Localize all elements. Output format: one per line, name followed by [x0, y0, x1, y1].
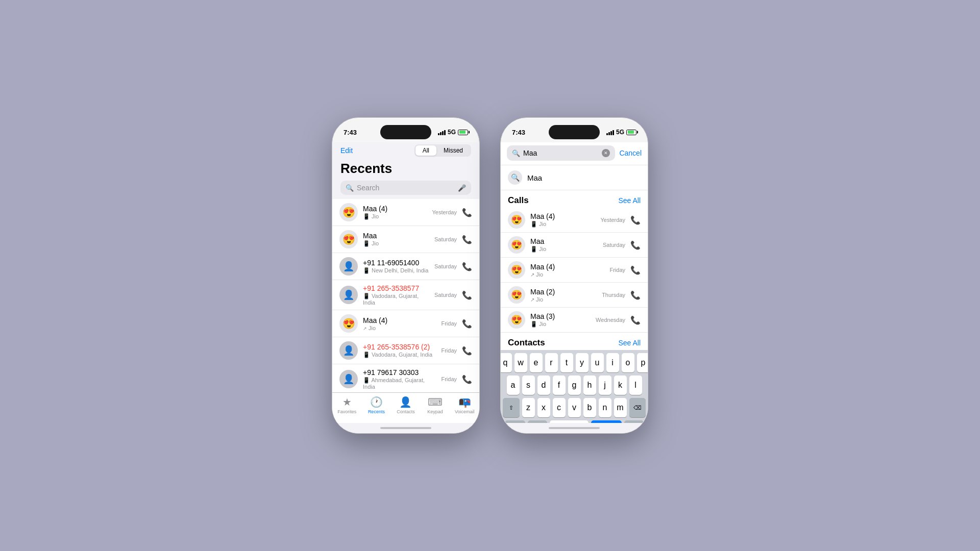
tab-voicemail[interactable]: 📭 Voicemail	[450, 396, 479, 418]
call-button[interactable]: 📞	[462, 208, 472, 217]
key-j[interactable]: j	[599, 375, 611, 395]
list-item[interactable]: 👤 +91 11-69051400 📱 New Delhi, Delhi, In…	[332, 253, 479, 280]
key-l[interactable]: l	[629, 375, 642, 395]
cancel-button[interactable]: Cancel	[619, 149, 642, 157]
network-label-2: 5G	[616, 129, 624, 136]
contact-info: Maa 📱 Jio	[363, 232, 429, 247]
tab-favorites[interactable]: ★ Favorites	[332, 396, 362, 418]
key-v[interactable]: v	[568, 398, 581, 417]
key-x[interactable]: x	[537, 398, 550, 417]
key-o[interactable]: o	[622, 353, 634, 372]
mic-icon-1[interactable]: 🎤	[458, 184, 466, 192]
result-avatar: 😍	[508, 286, 525, 304]
result-item[interactable]: 😍 Maa 📱 Jio Saturday 📞	[501, 233, 648, 258]
result-name: Maa (4)	[530, 212, 595, 220]
call-button[interactable]: 📞	[630, 315, 641, 325]
call-button[interactable]: 📞	[462, 235, 472, 244]
status-icons-1: 5G	[438, 129, 468, 136]
suggestion-icon: 🔍	[508, 170, 522, 185]
avatar: 😍	[339, 203, 358, 221]
call-button[interactable]: 📞	[462, 346, 472, 356]
list-item[interactable]: 👤 +91 265-3538577 📱 Vadodara, Gujarat, I…	[332, 280, 479, 310]
contacts-see-all[interactable]: See All	[618, 339, 641, 347]
avatar: 😍	[339, 230, 358, 248]
call-button[interactable]: 📞	[630, 240, 641, 250]
key-n[interactable]: n	[599, 398, 611, 417]
key-q[interactable]: q	[501, 353, 512, 372]
list-item[interactable]: 👤 +91 79617 30303 📱 Ahmedabad, Gujarat, …	[332, 364, 479, 392]
tab-keypad[interactable]: ⌨ Keypad	[421, 396, 450, 418]
call-button[interactable]: 📞	[630, 265, 641, 275]
list-item[interactable]: 👤 +91 265-3538576 (2) 📱 Vadodara, Gujara…	[332, 337, 479, 364]
result-item[interactable]: 😍 Maa (2) ↗ Jio Thursday 📞	[501, 283, 648, 308]
key-k[interactable]: k	[614, 375, 627, 395]
dynamic-island-2	[549, 125, 600, 139]
list-item[interactable]: 😍 Maa (4) 📱 Jio Yesterday 📞	[332, 199, 479, 226]
key-h[interactable]: h	[583, 375, 596, 395]
key-t[interactable]: t	[560, 353, 573, 372]
contact-name: Maa (4)	[363, 316, 436, 324]
phones-container: 7:43 5G Edit All	[332, 117, 648, 434]
result-info: Maa (4) 📱 Jio	[530, 212, 595, 228]
key-r[interactable]: r	[545, 353, 558, 372]
search-text-value: Maa	[523, 149, 599, 157]
kb-row-3: ⇧ z x c v b n m ⌫	[503, 398, 646, 417]
result-avatar: 😍	[508, 261, 525, 279]
call-meta: Yesterday	[432, 209, 457, 215]
shift-key[interactable]: ⇧	[503, 398, 520, 417]
key-m[interactable]: m	[614, 398, 627, 417]
result-name: Maa (2)	[530, 288, 597, 296]
contacts-icon: 👤	[399, 396, 412, 408]
result-info: Maa 📱 Jio	[530, 237, 598, 253]
list-item[interactable]: 😍 Maa 📱 Jio Saturday 📞	[332, 226, 479, 253]
key-s[interactable]: s	[522, 375, 535, 395]
result-info: Maa (2) ↗ Jio	[530, 288, 597, 303]
suggestion-row[interactable]: 🔍 Maa	[501, 165, 648, 190]
key-z[interactable]: z	[522, 398, 535, 417]
contacts-section-header: Contacts See All	[501, 333, 648, 350]
search-bar-1[interactable]: 🔍 Search 🎤	[340, 181, 471, 195]
tab-recents[interactable]: 🕐 Recents	[362, 396, 391, 418]
call-button[interactable]: 📞	[630, 215, 641, 225]
seg-all[interactable]: All	[415, 145, 436, 156]
result-sub: 📱 Jio	[530, 246, 598, 253]
search-field[interactable]: 🔍 Maa	[507, 145, 615, 161]
keypad-label: Keypad	[427, 409, 443, 414]
key-a[interactable]: a	[507, 375, 520, 395]
search-header: 🔍 Maa Cancel	[501, 142, 648, 165]
favorites-label: Favorites	[337, 409, 356, 414]
result-item[interactable]: 😍 Maa (4) ↗ Jio Friday 📞	[501, 258, 648, 283]
status-icons-2: 5G	[606, 129, 636, 136]
result-item[interactable]: 😍 Maa (4) 📱 Jio Yesterday 📞	[501, 208, 648, 233]
call-button[interactable]: 📞	[462, 262, 472, 271]
tab-contacts[interactable]: 👤 Contacts	[391, 396, 421, 418]
key-p[interactable]: p	[637, 353, 648, 372]
call-button[interactable]: 📞	[630, 290, 641, 300]
calls-see-all[interactable]: See All	[618, 196, 641, 205]
clear-button[interactable]	[602, 149, 610, 157]
list-item[interactable]: 😍 Maa (4) ↗ Jio Friday 📞	[332, 310, 479, 337]
edit-button[interactable]: Edit	[340, 146, 353, 155]
dynamic-island	[380, 125, 431, 139]
contact-name: +91 11-69051400	[363, 259, 429, 267]
call-meta: Friday	[441, 320, 457, 327]
seg-missed[interactable]: Missed	[436, 145, 470, 156]
call-button[interactable]: 📞	[462, 290, 472, 300]
key-b[interactable]: b	[583, 398, 596, 417]
key-c[interactable]: c	[553, 398, 566, 417]
recents-header: Edit All Missed Recents 🔍 Search 🎤	[332, 142, 479, 199]
key-g[interactable]: g	[568, 375, 581, 395]
key-f[interactable]: f	[553, 375, 566, 395]
key-u[interactable]: u	[591, 353, 604, 372]
call-button[interactable]: 📞	[462, 374, 472, 384]
key-d[interactable]: d	[537, 375, 550, 395]
call-button[interactable]: 📞	[462, 319, 472, 329]
key-i[interactable]: i	[606, 353, 619, 372]
contacts-label: Contacts	[397, 409, 415, 414]
call-meta: Friday	[441, 376, 457, 382]
key-y[interactable]: y	[576, 353, 589, 372]
delete-key[interactable]: ⌫	[629, 398, 646, 417]
key-e[interactable]: e	[530, 353, 543, 372]
key-w[interactable]: w	[514, 353, 527, 372]
result-item[interactable]: 😍 Maa (3) 📱 Jio Wednesday 📞	[501, 308, 648, 333]
